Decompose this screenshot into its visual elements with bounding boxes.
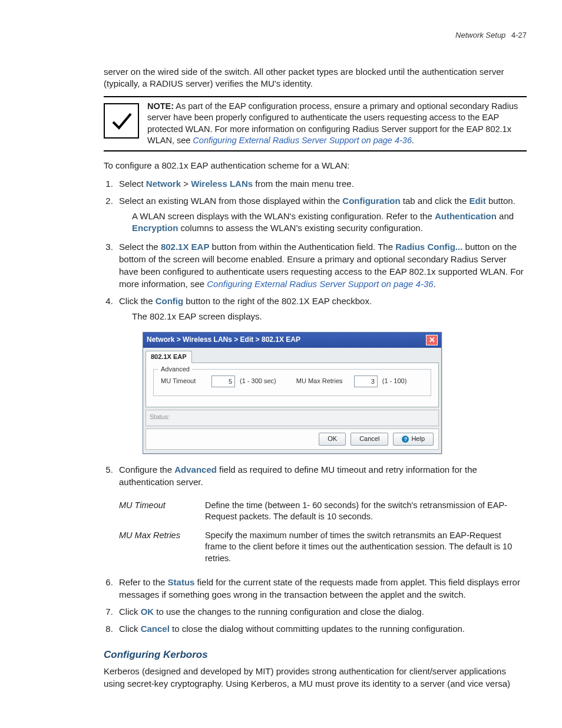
note-label: NOTE: (147, 101, 174, 111)
section-heading: Configuring Kerboros (104, 649, 527, 661)
def-term: MU Timeout (119, 496, 205, 526)
step-3-link[interactable]: Configuring External Radius Server Suppo… (207, 279, 433, 289)
header-title: Network Setup (455, 31, 505, 39)
eap-button-ref: 802.1X EAP (161, 242, 210, 252)
cancel-ref: Cancel (141, 624, 170, 634)
mu-timeout-input[interactable]: 5 (211, 375, 235, 387)
ok-ref: OK (141, 607, 154, 617)
menu-wireless-lans: Wireless LANs (191, 179, 253, 189)
dialog-panel: Advanced MU Timeout 5 (1 - 300 sec) MU M… (146, 363, 439, 407)
dialog-tabs: 802.1X EAP (143, 348, 441, 363)
cancel-button[interactable]: Cancel (351, 433, 388, 445)
edit-button-ref: Edit (469, 196, 485, 206)
note-text-b: . (412, 136, 414, 145)
radius-config-ref: Radius Config... (395, 242, 462, 252)
mu-retries-label: MU Max Retries (296, 377, 349, 386)
def-term: MU Max Retries (119, 526, 205, 568)
ok-button[interactable]: OK (319, 433, 346, 445)
config-button-ref: Config (156, 296, 183, 306)
table-row: MU Max Retries Specify the maximum numbe… (119, 526, 527, 568)
step-8: Click Cancel to close the dialog without… (115, 622, 527, 635)
note-body: NOTE: As part of the EAP configuration p… (147, 101, 527, 147)
page: Network Setup 4-27 server on the wired s… (0, 0, 562, 728)
checkmark-icon (104, 103, 139, 139)
mu-retries-input[interactable]: 3 (354, 375, 378, 387)
status-label: Status: (150, 413, 170, 420)
dialog-titlebar: Network > Wireless LANs > Edit > 802.1X … (143, 332, 441, 348)
close-icon[interactable]: ✕ (426, 335, 438, 345)
advanced-field-ref: Advanced (174, 465, 217, 475)
step-6: Refer to the Status field for the curren… (115, 576, 527, 601)
mu-retries-hint: (1 - 100) (382, 377, 407, 386)
mu-timeout-hint: (1 - 300 sec) (240, 377, 276, 386)
step-1: Select Network > Wireless LANs from the … (115, 177, 527, 190)
status-bar: Status: (146, 410, 439, 426)
step-3: Select the 802.1X EAP button from within… (115, 241, 527, 290)
eap-dialog: Network > Wireless LANs > Edit > 802.1X … (143, 332, 442, 454)
step-4: Click the Config button to the right of … (115, 295, 527, 454)
step-7: Click OK to use the changes to the runni… (115, 605, 527, 618)
steps-list: Select Network > Wireless LANs from the … (104, 177, 527, 635)
running-header: Network Setup 4-27 (455, 31, 527, 39)
intro-paragraph: server on the wired side of the switch. … (104, 66, 527, 90)
menu-network: Network (146, 179, 181, 189)
step-2: Select an existing WLAN from those displ… (115, 195, 527, 235)
definitions-table: MU Timeout Define the time (between 1- 6… (119, 496, 527, 568)
step-5: Configure the Advanced field as required… (115, 463, 527, 568)
note-link[interactable]: Configuring External Radius Server Suppo… (193, 136, 412, 145)
col-encryption: Encryption (132, 223, 178, 233)
def-desc: Define the time (between 1- 60 seconds) … (205, 496, 527, 526)
col-authentication: Authentication (435, 211, 497, 221)
step-4-detail: The 802.1x EAP screen displays. (132, 311, 527, 322)
status-field-ref: Status (168, 577, 195, 587)
lead-paragraph: To configure a 802.1x EAP authentication… (104, 160, 527, 172)
help-button[interactable]: ?Help (393, 433, 434, 445)
header-page-number: 4-27 (511, 31, 527, 39)
table-row: MU Timeout Define the time (between 1- 6… (119, 496, 527, 526)
tab-configuration: Configuration (342, 196, 400, 206)
tab-eap[interactable]: 802.1X EAP (146, 351, 192, 363)
def-desc: Specify the maximum number of times the … (205, 526, 527, 568)
dialog-buttons: OK Cancel ?Help (146, 429, 439, 449)
step-2-detail: A WLAN screen displays with the WLAN's e… (132, 210, 527, 235)
dialog-breadcrumb: Network > Wireless LANs > Edit > 802.1X … (147, 335, 300, 345)
help-icon: ? (402, 436, 409, 443)
note-callout: NOTE: As part of the EAP configuration p… (104, 96, 527, 151)
fieldset-legend: Advanced (158, 365, 192, 374)
section-paragraph: Kerberos (designed and developed by MIT)… (104, 666, 527, 690)
advanced-fieldset: Advanced MU Timeout 5 (1 - 300 sec) MU M… (153, 369, 431, 396)
mu-timeout-label: MU Timeout (161, 377, 207, 386)
